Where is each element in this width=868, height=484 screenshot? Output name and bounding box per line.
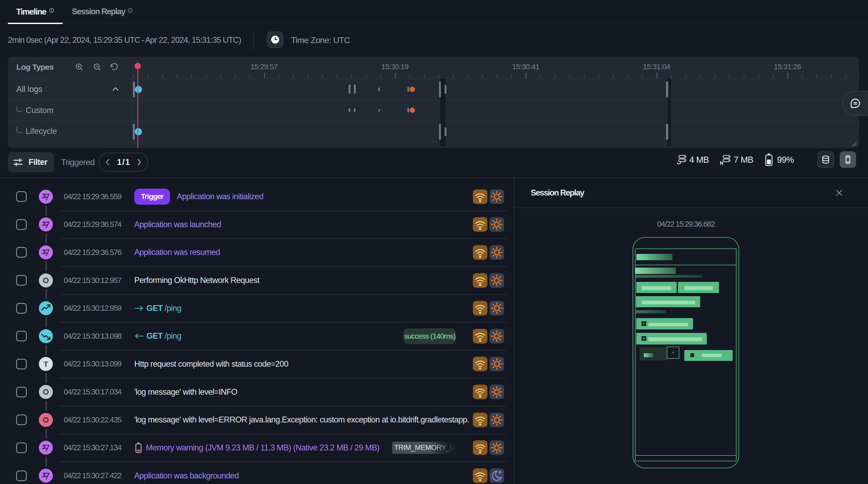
svg-text:T: T [43,360,48,368]
